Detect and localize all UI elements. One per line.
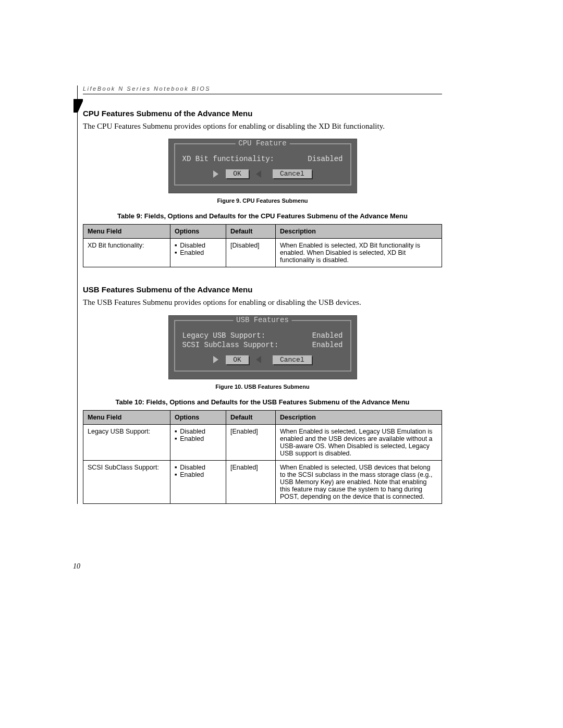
usb-bios-title: USB Features (233, 316, 292, 324)
td-options: Disabled Enabled (170, 239, 226, 267)
cpu-section-body: The CPU Features Submenu provides option… (83, 121, 442, 131)
th-default: Default (226, 225, 276, 239)
cpu-bios-cancel-button[interactable]: Cancel (273, 169, 312, 178)
page: LifeBook N Series Notebook BIOS CPU Feat… (0, 0, 563, 728)
td-menu: SCSI SubClass Support: (83, 460, 170, 503)
content-column: LifeBook N Series Notebook BIOS CPU Feat… (77, 85, 442, 504)
td-menu: Legacy USB Support: (83, 424, 170, 460)
td-options: Disabled Enabled (170, 460, 226, 503)
cpu-bios-title: CPU Feature (235, 139, 289, 147)
running-header: LifeBook N Series Notebook BIOS (83, 85, 442, 94)
th-default: Default (226, 410, 276, 424)
usb-bios-row-label: Legacy USB Support: (182, 331, 266, 340)
usb-table-caption: Table 10: Fields, Options and Defaults f… (83, 398, 442, 406)
usb-bios-row-0: Legacy USB Support: Enabled (182, 331, 343, 340)
td-default: [Enabled] (226, 424, 276, 460)
list-item: Enabled (175, 471, 222, 478)
cpu-bios-row: XD Bit functionality: Disabled (182, 155, 343, 163)
usb-bios-row-label: SCSI SubClass Support: (182, 341, 279, 349)
usb-bios-row-1: SCSI SubClass Support: Enabled (182, 341, 343, 349)
th-options: Options (170, 225, 226, 239)
th-options: Options (170, 410, 226, 424)
table-header-row: Menu Field Options Default Description (83, 225, 442, 239)
table-header-row: Menu Field Options Default Description (83, 410, 442, 424)
th-menu: Menu Field (83, 225, 170, 239)
cpu-bios-screenshot: CPU Feature XD Bit functionality: Disabl… (168, 139, 357, 193)
list-item: Enabled (175, 435, 222, 442)
usb-bios-row-value: Enabled (312, 341, 343, 349)
list-item: Enabled (175, 249, 222, 256)
list-item: Disabled (175, 428, 222, 435)
cpu-figure-caption: Figure 9. CPU Features Submenu (83, 198, 442, 204)
usb-spec-table: Menu Field Options Default Description L… (83, 410, 442, 504)
usb-bios-screenshot: USB Features Legacy USB Support: Enabled… (168, 315, 357, 379)
th-description: Description (276, 225, 442, 239)
cpu-section-heading: CPU Features Submenu of the Advance Menu (83, 109, 442, 118)
table-row: XD Bit functionality: Disabled Enabled [… (83, 239, 442, 267)
td-description: When Enabled is selected, USB devices th… (276, 460, 442, 503)
usb-section-body: The USB Features Submenu provides option… (83, 297, 442, 307)
cpu-spec-table: Menu Field Options Default Description X… (83, 224, 442, 267)
usb-bios-ok-button[interactable]: OK (226, 355, 249, 364)
table-row: Legacy USB Support: Disabled Enabled [En… (83, 424, 442, 460)
list-item: Disabled (175, 464, 222, 471)
usb-bios-row-value: Enabled (312, 331, 343, 340)
cpu-bios-button-row: OK Cancel (182, 169, 343, 178)
table-row: SCSI SubClass Support: Disabled Enabled … (83, 460, 442, 503)
cpu-table-caption: Table 9: Fields, Options and Defaults fo… (83, 212, 442, 220)
arrow-right-icon (213, 356, 218, 363)
list-item: Disabled (175, 242, 222, 249)
arrow-left-icon (256, 170, 261, 178)
td-default: [Enabled] (226, 460, 276, 503)
td-default: [Disabled] (226, 239, 276, 267)
td-description: When Enabled is selected, Legacy USB Emu… (276, 424, 442, 460)
arrow-left-icon (256, 356, 261, 363)
usb-bios-button-row: OK Cancel (182, 355, 343, 364)
td-description: When Enabled is selected, XD Bit functio… (276, 239, 442, 267)
cpu-bios-ok-button[interactable]: OK (226, 169, 249, 178)
cpu-bios-row-label: XD Bit functionality: (182, 155, 274, 163)
usb-bios-cancel-button[interactable]: Cancel (273, 355, 312, 364)
usb-figure-caption: Figure 10. USB Features Submenu (83, 384, 442, 390)
page-number: 10 (73, 562, 80, 571)
arrow-right-icon (213, 170, 218, 178)
td-options: Disabled Enabled (170, 424, 226, 460)
th-menu: Menu Field (83, 410, 170, 424)
td-menu: XD Bit functionality: (83, 239, 170, 267)
th-description: Description (276, 410, 442, 424)
usb-section-heading: USB Features Submenu of the Advance Menu (83, 285, 442, 294)
cpu-bios-row-value: Disabled (308, 155, 342, 163)
